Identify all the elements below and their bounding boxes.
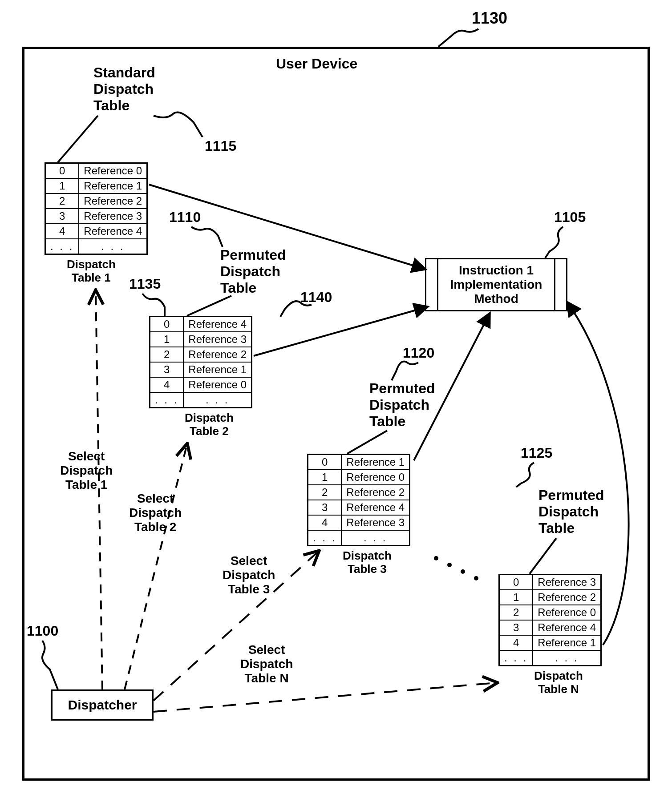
table-cell-index: 4 <box>45 224 79 239</box>
table-cell-index: 3 <box>308 500 342 515</box>
select-table-1-label: Select Dispatch Table 1 <box>60 449 113 492</box>
ref-1130-label: 1130 <box>472 9 507 27</box>
permuted-dispatch-label-1: Permuted Dispatch Table <box>220 247 286 296</box>
table-cell-index: 2 <box>308 485 342 500</box>
ref-1120-label: 1120 <box>403 345 434 361</box>
table-cell-value: Reference 1 <box>533 635 601 650</box>
ref-1100-label: 1100 <box>27 623 58 639</box>
ref-1135-label: 1135 <box>129 276 161 292</box>
table-cell-value: Reference 1 <box>79 178 147 193</box>
table-cell-value: Reference 2 <box>79 193 147 209</box>
dispatch-table-3-caption: Dispatch Table 3 <box>343 549 392 576</box>
table-row: . . .. . . <box>45 239 147 254</box>
dispatch-table-3: 0Reference 11Reference 02Reference 23Ref… <box>307 454 410 546</box>
table-cell-value: . . . <box>183 392 251 408</box>
table-cell-index: 3 <box>499 620 533 635</box>
permuted-dispatch-label-2: Permuted Dispatch Table <box>369 380 435 429</box>
table-cell-index: 4 <box>308 515 342 530</box>
table-cell-value: Reference 3 <box>79 209 147 224</box>
table-cell-index: 2 <box>499 605 533 620</box>
table-cell-value: Reference 1 <box>341 455 409 470</box>
ref-1115-label: 1115 <box>205 138 236 154</box>
table-cell-index: 4 <box>150 377 184 392</box>
dispatcher-label: Dispatcher <box>68 697 137 713</box>
table-cell-value: Reference 3 <box>183 332 251 347</box>
table-row: 0Reference 0 <box>45 163 147 179</box>
table-row: 1Reference 2 <box>499 590 601 605</box>
select-table-n-label: Select Dispatch Table N <box>240 643 293 686</box>
table-cell-value: Reference 0 <box>183 377 251 392</box>
diagram-canvas: 1130 User Device Standard Dispatch Table… <box>0 0 672 802</box>
table-cell-value: Reference 4 <box>533 620 601 635</box>
table-row: 4Reference 1 <box>499 635 601 650</box>
table-row: . . .. . . <box>150 392 252 408</box>
table-row: 4Reference 3 <box>308 515 410 530</box>
table-cell-index: 0 <box>150 317 184 332</box>
ref-1125-label: 1125 <box>521 445 552 461</box>
table-cell-value: Reference 4 <box>79 224 147 239</box>
table-row: 3Reference 1 <box>150 362 252 377</box>
ref-1110-label: 1110 <box>169 209 201 226</box>
table-cell-index: . . . <box>499 650 533 666</box>
table-cell-index: . . . <box>308 530 342 546</box>
select-table-2-label: Select Dispatch Table 2 <box>129 492 182 535</box>
table-cell-value: Reference 1 <box>183 362 251 377</box>
table-row: 2Reference 2 <box>150 347 252 362</box>
ref-1140-label: 1140 <box>300 289 332 306</box>
table-row: 3Reference 3 <box>45 209 147 224</box>
table-row: 1Reference 1 <box>45 178 147 193</box>
table-cell-value: Reference 2 <box>183 347 251 362</box>
table-row: 3Reference 4 <box>499 620 601 635</box>
table-cell-index: . . . <box>150 392 184 408</box>
table-cell-value: Reference 3 <box>533 575 601 590</box>
table-cell-value: Reference 2 <box>341 485 409 500</box>
table-cell-index: 1 <box>45 178 79 193</box>
table-cell-index: 1 <box>308 470 342 485</box>
table-row: 4Reference 0 <box>150 377 252 392</box>
table-cell-index: 3 <box>45 209 79 224</box>
table-cell-index: . . . <box>45 239 79 254</box>
table-row: 3Reference 4 <box>308 500 410 515</box>
table-row: 0Reference 4 <box>150 317 252 332</box>
table-row: 2Reference 2 <box>45 193 147 209</box>
table-row: 0Reference 3 <box>499 575 601 590</box>
table-cell-value: . . . <box>533 650 601 666</box>
dispatch-table-2: 0Reference 41Reference 32Reference 23Ref… <box>149 316 252 408</box>
table-cell-index: 1 <box>150 332 184 347</box>
table-row: 2Reference 0 <box>499 605 601 620</box>
table-cell-value: Reference 4 <box>183 317 251 332</box>
dispatch-table-1: 0Reference 01Reference 12Reference 23Ref… <box>45 162 148 255</box>
ref-1105-label: 1105 <box>554 209 586 226</box>
table-cell-index: 3 <box>150 362 184 377</box>
table-cell-value: Reference 0 <box>341 470 409 485</box>
table-cell-value: Reference 0 <box>533 605 601 620</box>
table-row: . . .. . . <box>499 650 601 666</box>
table-row: 1Reference 3 <box>150 332 252 347</box>
table-cell-value: Reference 4 <box>341 500 409 515</box>
table-cell-index: 4 <box>499 635 533 650</box>
table-cell-index: 0 <box>45 163 79 179</box>
dispatch-table-1-caption: Dispatch Table 1 <box>67 258 116 285</box>
dispatch-table-n-caption: Dispatch Table N <box>534 669 583 696</box>
table-row: 1Reference 0 <box>308 470 410 485</box>
select-table-3-label: Select Dispatch Table 3 <box>223 554 275 597</box>
dispatcher-box: Dispatcher <box>51 689 154 721</box>
standard-dispatch-label: Standard Dispatch Table <box>93 64 155 113</box>
table-cell-value: Reference 3 <box>341 515 409 530</box>
instruction-impl-label: Instruction 1 Implementation Method <box>426 263 566 306</box>
dispatch-table-2-caption: Dispatch Table 2 <box>185 411 234 438</box>
table-cell-index: 0 <box>499 575 533 590</box>
table-cell-value: Reference 2 <box>533 590 601 605</box>
table-cell-value: . . . <box>79 239 147 254</box>
permuted-dispatch-label-3: Permuted Dispatch Table <box>538 487 604 536</box>
table-row: 4Reference 4 <box>45 224 147 239</box>
table-cell-index: 0 <box>308 455 342 470</box>
table-cell-index: 2 <box>150 347 184 362</box>
table-row: 0Reference 1 <box>308 455 410 470</box>
table-row: 2Reference 2 <box>308 485 410 500</box>
table-cell-index: 1 <box>499 590 533 605</box>
table-cell-index: 2 <box>45 193 79 209</box>
instruction-impl-box: Instruction 1 Implementation Method <box>425 258 567 311</box>
table-row: . . .. . . <box>308 530 410 546</box>
user-device-title: User Device <box>276 56 357 72</box>
